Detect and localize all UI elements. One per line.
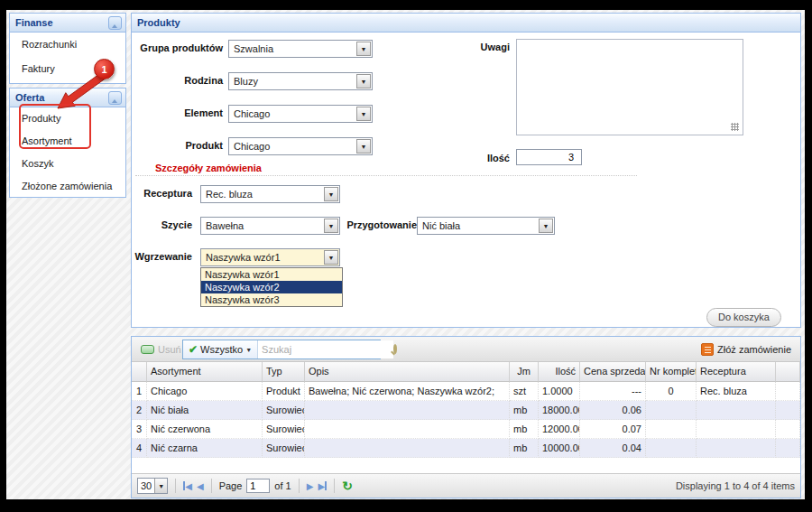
cell-asortyment: Nić biała [147,401,263,420]
produkty-panel: Produkty Grupa produktów Szwalnia ▼ Rodz… [131,13,801,328]
prev-page-icon[interactable]: ◀ [197,481,204,491]
column-header-receptura[interactable]: Receptura [697,362,776,382]
cell-opis [305,420,510,439]
oferta-panel-header: Oferta [10,88,125,107]
chevron-down-icon[interactable]: ▼ [324,219,338,233]
cell-rownum: 2 [132,401,147,420]
column-header-cena[interactable]: Cena sprzedaży [580,362,646,382]
delete-button[interactable]: Usuń [141,344,181,355]
column-header-ilosc[interactable]: Ilość [539,362,580,382]
wgrzewanie-value: Naszywka wzór1 [206,252,281,263]
sidebar-item-label: Produkty [22,113,60,124]
przygotowanie-label: Przygotowanie [345,219,417,230]
element-select[interactable]: Chicago ▼ [228,105,373,123]
chevron-down-icon[interactable]: ▼ [154,479,167,493]
next-page-icon[interactable]: ▶ [307,481,314,491]
finanse-panel: Finanse Rozrachunki Faktury [9,13,126,84]
rodzina-select[interactable]: Bluzy ▼ [228,72,373,90]
sidebar-item-koszyk[interactable]: Koszyk [10,153,125,175]
sidebar-item-faktury[interactable]: Faktury [10,57,125,81]
przygotowanie-value: Nić biała [422,220,460,231]
separator [334,479,335,493]
rodzina-label: Rodzina [135,75,223,86]
column-header-nr-kompletu[interactable]: Nr kompletu [646,362,697,382]
cell-opis: Bawełna; Nić czerwona; Naszywka wzór2; [305,382,510,401]
page-of-label: of 1 [274,480,291,491]
sidebar-item-zlozone-zamowienia[interactable]: Złożone zamówienia [10,175,125,198]
table-row[interactable]: 2 Nić biała Surowiec mb 18000.0000 0.06 [132,401,800,420]
column-header-asortyment[interactable]: Asortyment [147,362,263,382]
cell-rownum: 4 [132,439,147,458]
produkt-label: Produkt [135,140,223,151]
dropdown-option[interactable]: Naszywka wzór1 [201,268,342,281]
column-header-opis[interactable]: Opis [305,362,510,382]
cell-typ: Surowiec [263,401,305,420]
dropdown-option[interactable]: Naszywka wzór3 [201,293,342,306]
uwagi-textarea[interactable] [516,39,743,135]
column-header-typ[interactable]: Typ [263,362,305,382]
chevron-down-icon: ▼ [245,347,252,353]
finanse-panel-header: Finanse [10,14,125,33]
separator [211,479,212,493]
collapse-icon[interactable] [108,91,122,105]
page-size-select[interactable]: 30 ▼ [137,478,168,494]
do-koszyka-button[interactable]: Do koszyka [706,308,781,327]
dropdown-option-highlighted[interactable]: Naszywka wzór2 [201,281,342,293]
cell-receptura [697,439,776,458]
cell-ilosc: 10000.0000 [539,439,580,458]
receptura-select[interactable]: Rec. bluza ▼ [200,185,340,203]
table-row[interactable]: 3 Nić czerwona Surowiec mb 12000.0000 0.… [132,420,800,439]
collapse-icon[interactable] [108,16,122,30]
cell-jm: mb [510,420,539,439]
przygotowanie-select[interactable]: Nić biała ▼ [417,217,555,235]
refresh-icon[interactable]: ↻ [342,479,353,493]
chevron-down-icon[interactable]: ▼ [356,42,371,56]
szycie-label: Szycie [132,219,192,230]
rodzina-value: Bluzy [234,76,258,87]
szycie-select[interactable]: Bawełna ▼ [200,217,340,235]
sidebar-item-rozrachunki[interactable]: Rozrachunki [10,33,125,57]
filter-dropdown[interactable]: ✔ Wszystko ▼ [183,340,258,358]
chevron-down-icon[interactable]: ▼ [356,107,371,121]
sidebar-item-asortyment[interactable]: Asortyment [10,130,125,153]
column-header-jm[interactable]: Jm [510,362,539,382]
sidebar-item-produkty[interactable]: Produkty [10,107,125,130]
chevron-down-icon[interactable]: ▼ [324,250,338,265]
page-number-input[interactable] [246,479,270,493]
chevron-down-icon[interactable]: ▼ [356,139,371,154]
delete-icon [141,345,154,354]
order-icon [701,343,714,356]
resize-grip-icon[interactable] [731,123,739,131]
wgrzewanie-dropdown-list: Naszywka wzór1 Naszywka wzór2 Naszywka w… [200,267,343,307]
produkt-select[interactable]: Chicago ▼ [228,137,373,155]
last-page-icon[interactable]: ▶ [318,481,327,491]
table-row[interactable]: 1 Chicago Produkt Bawełna; Nić czerwona;… [132,382,800,401]
wgrzewanie-select[interactable]: Naszywka wzór1 ▼ [200,248,340,266]
first-page-icon[interactable]: ◀ [183,481,192,491]
search-icon[interactable] [393,344,397,354]
produkt-value: Chicago [234,141,270,152]
table-row[interactable]: 4 Nić czarna Surowiec mb 10000.0000 0.04 [132,439,800,458]
chevron-down-icon[interactable]: ▼ [356,74,371,88]
cell-filler [776,382,800,401]
zloz-zamowienie-button[interactable]: Złóż zamówienie [701,343,791,356]
cell-ilosc: 12000.0000 [539,420,580,439]
cell-cena: --- [580,382,646,401]
cell-rownum: 3 [132,420,147,439]
uwagi-label: Uwagi [433,42,510,52]
szycie-value: Bawełna [206,220,244,231]
search-input[interactable] [258,340,393,358]
element-value: Chicago [234,108,270,119]
delete-button-label: Usuń [158,344,181,355]
grid-header-row: Asortyment Typ Opis Jm Ilość Cena sprzed… [132,362,800,382]
chevron-down-icon[interactable]: ▼ [539,219,553,233]
column-header-rownum [132,362,147,382]
cell-filler [776,420,800,439]
grupa-produktow-select[interactable]: Szwalnia ▼ [228,40,373,58]
ilosc-input[interactable] [516,149,582,165]
chevron-down-icon[interactable]: ▼ [324,187,338,201]
column-header-filler [776,362,800,382]
cell-cena: 0.04 [580,439,646,458]
cell-asortyment: Nić czerwona [147,420,263,439]
grupa-produktow-value: Szwalnia [234,43,273,54]
